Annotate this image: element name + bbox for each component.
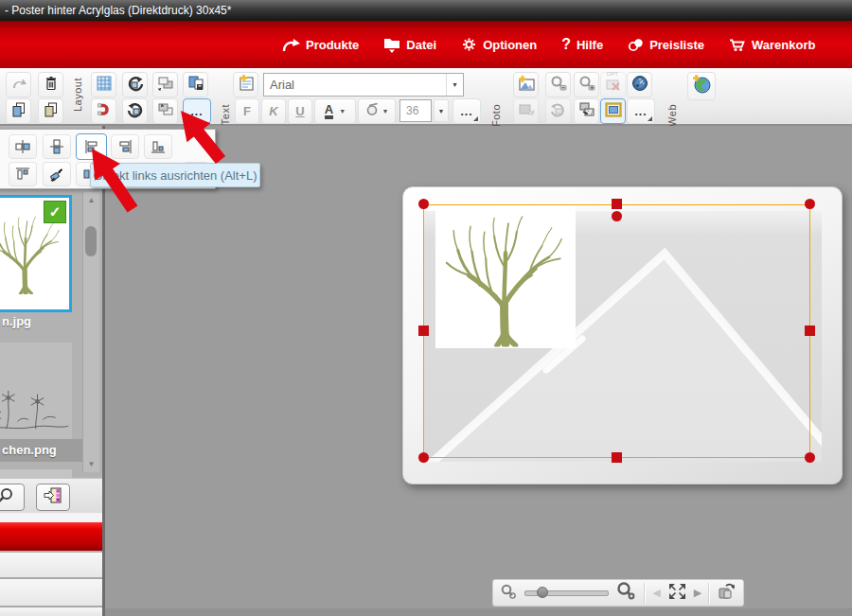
menu-datei[interactable]: Datei bbox=[383, 36, 436, 53]
sidebar-scrollbar[interactable]: ▲ ▼ bbox=[82, 192, 99, 472]
menu-label: Hilfe bbox=[577, 38, 603, 52]
import-to-palette-button[interactable] bbox=[36, 484, 70, 511]
photo-zoom-in-button[interactable] bbox=[574, 72, 599, 97]
chevron-down-icon[interactable]: ▼ bbox=[382, 108, 389, 114]
font-size-field[interactable]: 36 bbox=[399, 99, 432, 122]
magnet-button[interactable] bbox=[91, 98, 116, 124]
foto-group-label: Foto bbox=[490, 104, 502, 127]
more-icon: ... bbox=[460, 107, 472, 116]
zoom-out-icon[interactable] bbox=[500, 583, 518, 604]
application-window: - Poster hinter Acrylglas (Direktdruck) … bbox=[0, 0, 852, 616]
font-size-dropdown[interactable]: ▼ bbox=[434, 99, 449, 122]
palette-import-icon bbox=[44, 486, 62, 508]
align-bottom-button[interactable] bbox=[144, 134, 172, 159]
photo-frame-button[interactable] bbox=[600, 98, 626, 124]
bold-button[interactable]: F bbox=[235, 98, 259, 124]
thumbnail-flowers-image[interactable] bbox=[0, 343, 72, 439]
photo-zoom-out-button[interactable] bbox=[545, 72, 571, 97]
selection-handle-e[interactable] bbox=[805, 326, 815, 336]
selection-handle-nw[interactable] bbox=[418, 199, 429, 209]
font-color-button[interactable]: A ▼ bbox=[314, 98, 356, 124]
chevron-down-icon[interactable]: ▼ bbox=[339, 108, 346, 114]
more-icon: ... bbox=[634, 107, 647, 116]
selection-handle-ne[interactable] bbox=[805, 199, 815, 209]
selection-handle-sw[interactable] bbox=[418, 452, 429, 463]
window-title: - Poster hinter Acrylglas (Direktdruck) … bbox=[5, 4, 231, 17]
photo-swap-button[interactable] bbox=[574, 98, 599, 124]
rotate-left-icon bbox=[127, 75, 144, 96]
add-text-button[interactable] bbox=[233, 72, 258, 97]
selection-handle-n[interactable] bbox=[612, 199, 622, 209]
rotation-handle[interactable] bbox=[612, 211, 622, 221]
menu-warenkorb[interactable]: Warenkorb bbox=[729, 37, 815, 52]
zoom-slider[interactable] bbox=[524, 590, 609, 596]
selection-handle-s[interactable] bbox=[612, 452, 622, 463]
align-center-vertical-button[interactable] bbox=[43, 134, 71, 159]
rotate-left-button[interactable] bbox=[122, 72, 148, 97]
selection-handle-w[interactable] bbox=[418, 326, 429, 336]
align-right-button[interactable] bbox=[111, 134, 139, 159]
chevron-down-icon[interactable]: ▼ bbox=[446, 74, 463, 96]
thumbnail-tree-image[interactable]: ✓ bbox=[0, 195, 72, 312]
layers-icon bbox=[187, 75, 204, 96]
sidebar-red-panel[interactable] bbox=[0, 522, 102, 551]
magnet-icon bbox=[96, 101, 112, 121]
layout-group-label: Layout bbox=[72, 78, 83, 112]
zoom-in-icon[interactable] bbox=[615, 581, 637, 605]
italic-button[interactable]: K bbox=[261, 98, 286, 124]
align-top-button[interactable] bbox=[9, 162, 37, 186]
fill-color-button[interactable]: ▼ bbox=[358, 98, 396, 124]
add-photo-button[interactable] bbox=[513, 72, 539, 97]
photo-rotate-button[interactable] bbox=[545, 98, 571, 124]
add-text-icon bbox=[237, 74, 255, 96]
rotate-view-icon[interactable] bbox=[717, 582, 737, 605]
delete-button[interactable] bbox=[38, 72, 63, 97]
previous-page-icon[interactable]: ◀ bbox=[652, 587, 660, 599]
rotate-right-button[interactable] bbox=[122, 98, 148, 124]
bring-forward-button[interactable] bbox=[152, 98, 178, 124]
scroll-down-icon[interactable]: ▼ bbox=[85, 460, 98, 468]
foto-more-button[interactable]: ... bbox=[627, 98, 655, 124]
opt-remove-button[interactable]: OPT bbox=[600, 72, 626, 97]
font-family-combo[interactable]: Arial ▼ bbox=[263, 73, 464, 97]
undo-button[interactable] bbox=[6, 72, 31, 97]
align-left-button[interactable] bbox=[76, 133, 107, 160]
swoosh-arrow-icon bbox=[282, 38, 300, 52]
paste-button[interactable] bbox=[38, 98, 63, 124]
question-icon: ? bbox=[561, 36, 571, 53]
fit-to-screen-icon[interactable] bbox=[667, 582, 687, 605]
menu-preisliste[interactable]: Preisliste bbox=[628, 37, 704, 52]
image-search-button[interactable] bbox=[0, 484, 25, 511]
paste-icon bbox=[43, 101, 60, 122]
magnifier-minus-icon bbox=[550, 75, 567, 96]
next-page-icon[interactable]: ▶ bbox=[694, 587, 701, 599]
photo-effects-button[interactable] bbox=[513, 98, 539, 124]
text-more-button[interactable]: ... bbox=[453, 98, 481, 124]
grid-button[interactable] bbox=[91, 72, 116, 97]
layers-button[interactable] bbox=[183, 72, 208, 97]
format-painter-button[interactable] bbox=[43, 162, 71, 186]
scrollbar-thumb[interactable] bbox=[85, 226, 97, 256]
add-photo-icon bbox=[517, 75, 536, 96]
zoom-slider-thumb[interactable] bbox=[537, 587, 548, 598]
trash-icon bbox=[43, 75, 60, 96]
frame-icon bbox=[605, 102, 622, 121]
rotate-right-icon bbox=[127, 101, 144, 122]
menu-hilfe[interactable]: ? Hilfe bbox=[561, 36, 603, 53]
file-name-2: chen.png bbox=[2, 443, 57, 457]
cart-icon bbox=[729, 37, 746, 52]
menu-produkte[interactable]: Produkte bbox=[282, 38, 359, 52]
underline-label: U bbox=[295, 104, 304, 118]
copy-button[interactable] bbox=[6, 98, 31, 124]
italic-label: K bbox=[269, 104, 277, 118]
underline-button[interactable]: U bbox=[288, 98, 312, 124]
font-family-value: Arial bbox=[264, 78, 446, 92]
scroll-up-icon[interactable]: ▲ bbox=[85, 196, 98, 204]
align-center-horizontal-button[interactable] bbox=[9, 134, 37, 159]
photo-gauge-button[interactable] bbox=[627, 72, 652, 97]
menu-optionen[interactable]: Optionen bbox=[461, 37, 537, 52]
selection-handle-se[interactable] bbox=[805, 452, 815, 463]
send-backward-button[interactable] bbox=[152, 72, 178, 97]
layout-more-button[interactable]: ... bbox=[183, 98, 211, 124]
web-upload-button[interactable] bbox=[687, 72, 716, 100]
